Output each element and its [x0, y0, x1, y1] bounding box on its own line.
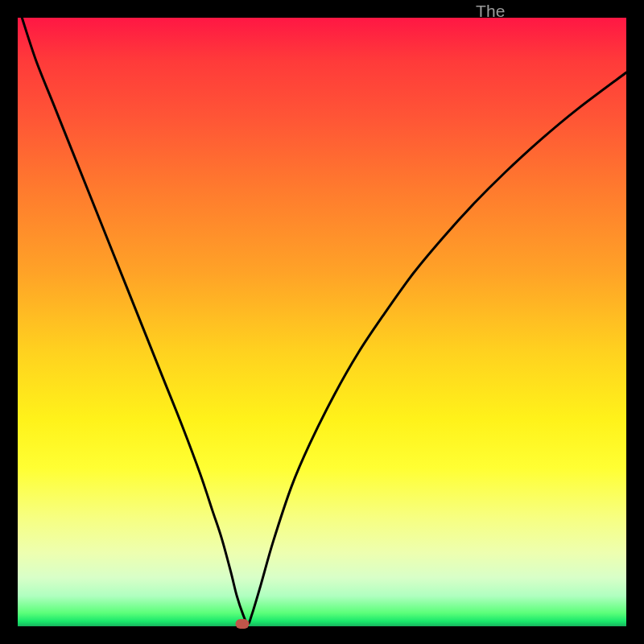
optimal-point-marker — [235, 619, 249, 629]
watermark-prefix: The — [476, 2, 506, 21]
watermark-suffix: Bottlenecker.com — [506, 2, 638, 21]
bottleneck-curve — [18, 18, 626, 626]
watermark: The Bottlenecker.com — [476, 2, 638, 21]
plot-area — [18, 18, 626, 626]
chart-frame: The Bottlenecker.com — [0, 0, 644, 644]
